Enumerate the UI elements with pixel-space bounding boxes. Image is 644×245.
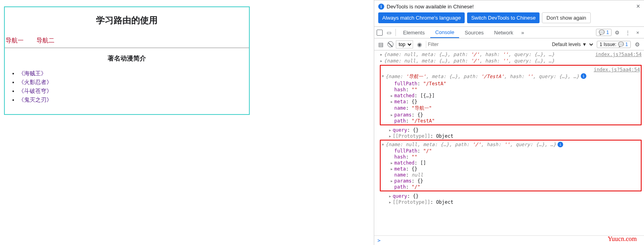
console-row[interactable]: ▸ {name: null, meta: {…}, path: '/', has… [380,51,642,58]
list-item[interactable]: 《海贼王》 [18,70,46,76]
log-object: {name: null, meta: {…}, path: '/', hash:… [385,142,556,147]
devtools-tabbar: ▭ Elements Console Sources Network » 💬 1… [374,26,644,38]
object-properties: fullPath: "/" hash: "" ▸matched: [] ▸met… [390,148,640,190]
page-title: 学习路由的使用 [5,7,249,34]
switch-chinese-button[interactable]: Switch DevTools to Chinese [467,12,540,23]
watermark: Yuucn.com [608,235,637,243]
devtools-panel: i DevTools is now available in Chinese! … [374,0,644,245]
object-properties-tail: ▸query: {} ▸[[Prototype]]: Object [389,127,642,139]
divider [395,29,396,36]
gear-icon[interactable]: ⚙ [612,30,622,36]
nav-link-1[interactable]: 导航一 [6,37,24,44]
kebab-icon[interactable]: ⋮ [623,30,633,36]
source-link[interactable]: index.js?5aa4:54 [595,52,642,57]
context-select[interactable]: top [396,40,413,48]
log-object: {name: null, meta: {…}, path: '/', hash:… [384,58,554,64]
expand-icon[interactable]: ▸ [390,166,394,172]
console-row[interactable]: ▾ {name: '导航一', meta: {…}, path: '/TestA… [381,73,640,80]
info-badge-icon[interactable]: i [581,73,586,79]
section-title: 著名动漫简介 [5,48,249,67]
nav-link-2[interactable]: 导航二 [36,37,54,44]
expand-icon[interactable]: ▸ [390,112,394,118]
webpage-pane: 学习路由的使用 导航一 导航二 著名动漫简介 《海贼王》 《火影忍者》 《斗破苍… [0,0,374,245]
live-expression-icon[interactable]: ◉ [415,41,423,48]
expand-icon[interactable]: ▸ [380,52,384,57]
object-properties: fullPath: "/TestA" hash: "" ▸matched: [{… [390,80,640,124]
tab-elements[interactable]: Elements [398,27,429,38]
expand-icon[interactable]: ▸ [390,99,394,104]
expand-icon[interactable]: ▸ [390,178,394,184]
anime-list: 《海贼王》 《火影忍者》 《斗破苍穹》 《鬼灭之刃》 [5,67,249,114]
console-settings-icon[interactable]: ⚙ [633,41,642,48]
infobar-text: DevTools is now available in Chinese! [387,4,474,10]
tab-console[interactable]: Console [430,27,459,38]
clear-console-icon[interactable] [387,41,393,47]
log-object: {name: null, meta: {…}, path: '/', hash:… [384,52,554,57]
nav-bar: 导航一 导航二 [5,34,249,48]
app-container: 学习路由的使用 导航一 导航二 著名动漫简介 《海贼王》 《火影忍者》 《斗破苍… [4,6,250,115]
match-language-button[interactable]: Always match Chrome's language [378,12,465,23]
issues-badge[interactable]: 1 Issue: 💬 1 [597,41,631,48]
dont-show-button[interactable]: Don't show again [542,12,590,23]
info-icon: i [378,4,384,10]
expand-icon[interactable]: ▸ [390,160,394,166]
filter-input[interactable] [426,41,547,48]
expand-icon[interactable]: ▸ [389,127,393,133]
list-item[interactable]: 《火影忍者》 [18,79,52,85]
console-filterbar: ▤ top ◉ Default levels ▼ 1 Issue: 💬 1 ⚙ [374,38,644,50]
collapse-icon[interactable]: ▾ [381,73,385,79]
source-link[interactable]: index.js?5aa4:54 [594,67,640,72]
expand-icon[interactable]: ▸ [389,193,393,199]
object-properties-tail: ▸query: {} ▸[[Prototype]]: Object [389,193,642,205]
list-item[interactable]: 《鬼灭之刃》 [18,96,52,103]
expand-icon[interactable]: ▸ [389,199,393,205]
messages-badge[interactable]: 💬 1 [596,29,612,36]
tab-network[interactable]: Network [490,27,518,38]
expand-icon[interactable]: ▸ [380,58,384,64]
highlighted-log-2: ▾ {name: null, meta: {…}, path: '/', has… [380,140,642,191]
console-prompt[interactable]: > [374,235,644,245]
console-row[interactable]: ▸ {name: null, meta: {…}, path: '/', has… [380,58,642,64]
close-devtools-icon[interactable]: × [634,30,642,36]
info-badge-icon[interactable]: i [558,142,563,147]
list-item[interactable]: 《斗破苍穹》 [18,88,52,94]
log-object: {name: '导航一', meta: {…}, path: '/TestA',… [385,73,579,80]
devtools-infobar: i DevTools is now available in Chinese! … [374,0,644,10]
highlighted-log-1: index.js?5aa4:54 ▾ {name: '导航一', meta: {… [380,65,642,125]
expand-icon[interactable]: ▸ [389,133,393,139]
console-row[interactable]: ▾ {name: null, meta: {…}, path: '/', has… [381,141,640,148]
more-tabs-icon[interactable]: » [519,30,526,36]
sidebar-toggle-icon[interactable]: ▤ [377,41,385,48]
collapse-icon[interactable]: ▾ [381,142,385,147]
device-toggle-icon[interactable]: ▭ [385,30,393,36]
infobar-buttons: Always match Chrome's language Switch De… [374,10,644,26]
tab-sources[interactable]: Sources [460,27,489,38]
infobar-close-icon[interactable]: × [636,3,640,10]
expand-icon[interactable]: ▸ [390,93,394,98]
inspect-icon[interactable] [377,30,383,36]
console-output[interactable]: ▸ {name: null, meta: {…}, path: '/', has… [374,50,644,235]
log-levels-select[interactable]: Default levels ▼ [550,41,594,48]
